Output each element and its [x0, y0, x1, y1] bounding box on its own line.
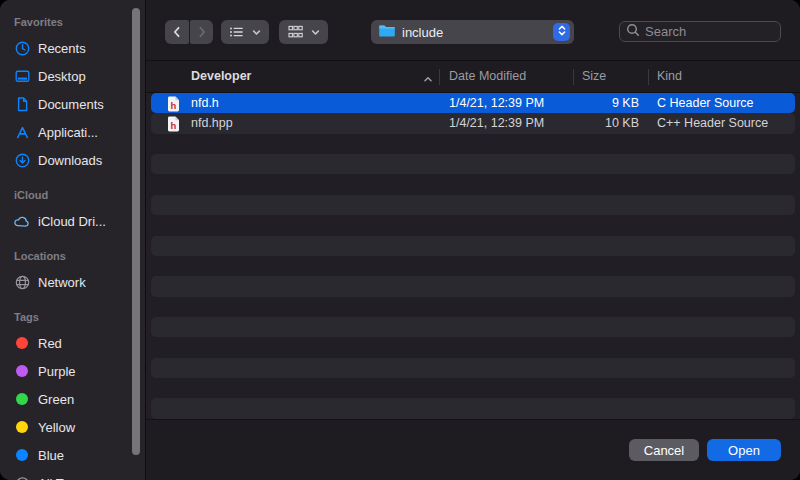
folder-icon [378, 24, 396, 41]
group-view-button[interactable] [279, 20, 328, 44]
sidebar-item-label: Network [38, 275, 86, 290]
empty-row [151, 317, 795, 337]
empty-row [151, 358, 795, 378]
sidebar-section-label: iCloud [14, 189, 145, 203]
cell-name: nfd.h [191, 93, 219, 113]
open-file-dialog: FavoritesRecentsDesktopDocumentsApplicat… [0, 0, 800, 480]
cell-size: 10 KB [573, 113, 639, 133]
svg-text:h: h [171, 119, 177, 130]
tag-dot-icon [12, 333, 32, 353]
empty-row [151, 174, 795, 194]
search-input[interactable] [645, 24, 774, 39]
sidebar-item-label: Purple [38, 364, 76, 379]
column-divider[interactable] [439, 69, 440, 85]
column-header-date-modified[interactable]: Date Modified [449, 61, 526, 92]
open-button[interactable]: Open [707, 439, 781, 461]
sidebar-item-label: Recents [38, 41, 86, 56]
documents-icon [12, 94, 32, 114]
updown-chevrons-icon [556, 24, 568, 40]
sidebar-item-all-tags[interactable]: All Tags [0, 469, 145, 480]
file-h-icon: h [167, 96, 180, 112]
desktop-icon [12, 66, 32, 86]
chevron-left-icon [169, 24, 185, 40]
sidebar-item-label: Green [38, 392, 74, 407]
column-header-size[interactable]: Size [582, 61, 606, 92]
cancel-button[interactable]: Cancel [629, 439, 699, 461]
list-view-icon [228, 24, 245, 40]
sidebar-section-locations: LocationsNetwork [0, 250, 145, 296]
tag-dot-icon [12, 361, 32, 381]
dropdown-stepper-icon [553, 23, 570, 41]
sidebar-item-label: Downloads [38, 153, 102, 168]
column-header-name[interactable]: Developer [191, 61, 251, 92]
sidebar-section-label: Favorites [14, 16, 145, 30]
sidebar-section-favorites: FavoritesRecentsDesktopDocumentsApplicat… [0, 16, 145, 174]
sidebar-item-yellow[interactable]: Yellow [0, 413, 145, 441]
current-folder-label: include [402, 25, 553, 40]
cell-kind: C Header Source [657, 93, 754, 113]
chevron-right-icon [194, 24, 210, 40]
sidebar-item-purple[interactable]: Purple [0, 357, 145, 385]
tag-dot-icon [12, 445, 32, 465]
empty-row [151, 236, 795, 256]
empty-row [151, 337, 795, 357]
empty-row [151, 134, 795, 154]
sidebar-item-label: Documents [38, 97, 104, 112]
sidebar-item-label: Yellow [38, 420, 75, 435]
file-h-icon: h [167, 116, 180, 132]
sidebar-item-downloads[interactable]: Downloads [0, 146, 145, 174]
cell-kind: C++ Header Source [657, 113, 768, 133]
folder-dropdown[interactable]: include [371, 20, 574, 44]
list-view-button[interactable] [221, 20, 269, 44]
sidebar-item-blue[interactable]: Blue [0, 441, 145, 469]
back-button[interactable] [165, 20, 189, 44]
network-icon [12, 272, 32, 292]
sidebar-item-recents[interactable]: Recents [0, 34, 145, 62]
empty-row [151, 297, 795, 317]
sidebar-item-label: Red [38, 336, 62, 351]
column-header-kind[interactable]: Kind [657, 61, 682, 92]
empty-row [151, 256, 795, 276]
sidebar-item-label: Desktop [38, 69, 86, 84]
tag-dot-icon [12, 389, 32, 409]
all-tags-icon [12, 473, 32, 480]
search-field[interactable] [619, 21, 781, 42]
sidebar-item-desktop[interactable]: Desktop [0, 62, 145, 90]
empty-row [151, 215, 795, 235]
file-row-nfd-hpp[interactable]: hnfd.hpp1/4/21, 12:39 PM10 KBC++ Header … [151, 113, 795, 133]
sidebar-section-tags: TagsRedPurpleGreenYellowBlueAll Tags [0, 311, 145, 480]
cell-size: 9 KB [573, 93, 639, 113]
sidebar-item-red[interactable]: Red [0, 329, 145, 357]
sidebar-item-applicati[interactable]: Applicati... [0, 118, 145, 146]
chevron-down-icon [310, 27, 321, 38]
column-divider[interactable] [648, 69, 649, 85]
svg-text:h: h [171, 99, 177, 110]
empty-row [151, 398, 795, 418]
empty-row [151, 276, 795, 296]
empty-row [151, 195, 795, 215]
sort-ascending-icon [422, 70, 434, 88]
recents-icon [12, 38, 32, 58]
sidebar-section-label: Tags [14, 311, 145, 325]
sidebar-section-label: Locations [14, 250, 145, 264]
file-row-nfd-h[interactable]: hnfd.h1/4/21, 12:39 PM9 KBC Header Sourc… [151, 93, 795, 113]
forward-button[interactable] [190, 20, 213, 44]
sidebar-item-icloud-dri[interactable]: iCloud Dri... [0, 207, 145, 235]
icloud-icon [12, 211, 32, 231]
empty-row [151, 378, 795, 398]
sidebar-item-documents[interactable]: Documents [0, 90, 145, 118]
cell-name: nfd.hpp [191, 113, 233, 133]
empty-row [151, 154, 795, 174]
applications-icon [12, 122, 32, 142]
sidebar-item-green[interactable]: Green [0, 385, 145, 413]
grid-view-icon [287, 24, 304, 40]
cell-date: 1/4/21, 12:39 PM [449, 113, 544, 133]
file-browser: include Developer Date Modified Size Kin… [145, 0, 800, 480]
sidebar-item-network[interactable]: Network [0, 268, 145, 296]
search-icon [626, 23, 640, 41]
sidebar-scrollbar[interactable] [132, 8, 140, 455]
column-divider[interactable] [573, 69, 574, 85]
sidebar-section-icloud: iCloudiCloud Dri... [0, 189, 145, 235]
sidebar-item-label: Blue [38, 448, 64, 463]
downloads-icon [12, 150, 32, 170]
